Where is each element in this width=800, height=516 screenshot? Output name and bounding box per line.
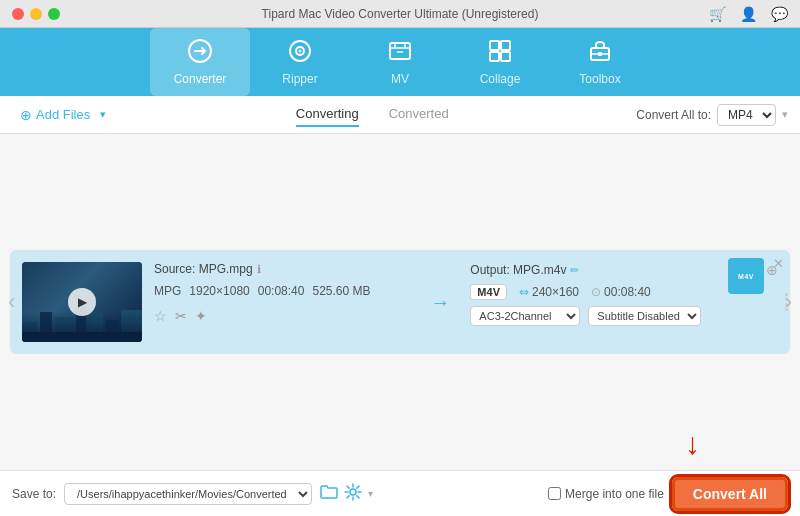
convert-arrow: → [422, 291, 458, 314]
title-bar: Tipard Mac Video Converter Ultimate (Unr… [0, 0, 800, 28]
nav-mv[interactable]: MV [350, 28, 450, 96]
resolution-icon: ⇔ [519, 285, 529, 299]
collage-label: Collage [480, 72, 521, 86]
output-format-badge: M4V [470, 284, 507, 300]
close-button[interactable] [12, 8, 24, 20]
cut-icon[interactable]: ✂ [175, 308, 187, 324]
svg-point-19 [350, 489, 356, 495]
save-path-select[interactable]: /Users/ihappyacethinker/Movies/Converted [64, 483, 312, 505]
output-label: Output: MPG.m4v [470, 263, 566, 277]
converter-icon [187, 38, 213, 68]
ripper-icon [287, 38, 313, 68]
add-files-dropdown[interactable]: ▾ [98, 104, 108, 125]
file-card: ▶ Source: MPG.mpg ℹ MPG 1920×1080 00:08:… [10, 250, 790, 354]
source-label: Source: MPG.mpg [154, 262, 253, 276]
source-info: Source: MPG.mpg ℹ MPG 1920×1080 00:08:40… [154, 262, 410, 324]
save-to-label: Save to: [12, 487, 56, 501]
output-duration: 00:08:40 [604, 285, 651, 299]
mv-label: MV [391, 72, 409, 86]
source-size: 525.60 MB [312, 284, 370, 298]
format-select[interactable]: MP4 [717, 104, 776, 126]
settings-dropdown[interactable]: ▾ [368, 488, 373, 499]
merge-label: Merge into one file [548, 487, 664, 501]
tab-converting[interactable]: Converting [296, 102, 359, 127]
nav-ripper[interactable]: Ripper [250, 28, 350, 96]
toolbox-icon [587, 38, 613, 68]
toolbar-tabs: Converting Converted [108, 102, 636, 127]
merge-checkbox[interactable] [548, 487, 561, 500]
source-resolution: 1920×1080 [189, 284, 249, 298]
format-dropdown-arrow[interactable]: ▾ [782, 108, 788, 121]
add-files-button[interactable]: ⊕ Add Files [12, 103, 98, 127]
toolbar: ⊕ Add Files ▾ Converting Converted Conve… [0, 96, 800, 134]
svg-rect-10 [598, 52, 602, 56]
subtitle-select[interactable]: Subtitle Disabled [588, 306, 701, 326]
close-card-button[interactable]: ✕ [773, 256, 784, 271]
svg-rect-7 [490, 52, 499, 61]
merge-text: Merge into one file [565, 487, 664, 501]
settings-button[interactable] [344, 483, 362, 505]
video-thumbnail[interactable]: ▶ [22, 262, 142, 342]
title-bar-icons: 🛒 👤 💬 [709, 6, 788, 22]
traffic-lights [12, 8, 60, 20]
output-edit-icon[interactable]: ✏ [570, 264, 579, 277]
mv-icon [387, 38, 413, 68]
user-icon[interactable]: 👤 [740, 6, 757, 22]
maximize-button[interactable] [48, 8, 60, 20]
svg-rect-8 [501, 52, 510, 61]
arrow-indicator: ↓ [685, 427, 700, 461]
source-format: MPG [154, 284, 181, 298]
add-files-label: Add Files [36, 107, 90, 122]
svg-rect-5 [490, 41, 499, 50]
play-button[interactable]: ▶ [68, 288, 96, 316]
toolbox-label: Toolbox [579, 72, 620, 86]
bottom-icons: ▾ [320, 483, 373, 505]
message-icon[interactable]: 💬 [771, 6, 788, 22]
toolbar-right: Convert All to: MP4 ▾ [636, 104, 788, 126]
ripper-label: Ripper [282, 72, 317, 86]
content-area: ‹ ▶ [0, 134, 800, 470]
format-thumb-label: M4V [738, 273, 754, 280]
edit-icon[interactable]: ✦ [195, 308, 207, 324]
format-thumbnail: M4V [728, 258, 764, 294]
tab-converted[interactable]: Converted [389, 102, 449, 127]
bottom-bar: Save to: /Users/ihappyacethinker/Movies/… [0, 470, 800, 516]
svg-point-3 [299, 50, 302, 53]
nav-toolbox[interactable]: Toolbox [550, 28, 650, 96]
nav-converter[interactable]: Converter [150, 28, 250, 96]
svg-rect-4 [390, 43, 410, 59]
convert-all-to-label: Convert All to: [636, 108, 711, 122]
next-arrow[interactable]: › [777, 281, 800, 323]
collage-icon [487, 38, 513, 68]
plus-icon: ⊕ [20, 107, 32, 123]
nav-collage[interactable]: Collage [450, 28, 550, 96]
clock-icon: ⊙ [591, 285, 601, 299]
svg-rect-6 [501, 41, 510, 50]
source-info-icon[interactable]: ℹ [257, 263, 261, 276]
cart-icon[interactable]: 🛒 [709, 6, 726, 22]
minimize-button[interactable] [30, 8, 42, 20]
output-resolution: 240×160 [532, 285, 579, 299]
app-title: Tipard Mac Video Converter Ultimate (Unr… [262, 7, 539, 21]
nav-bar: Converter Ripper MV [0, 28, 800, 96]
audio-select[interactable]: AC3-2Channel [470, 306, 580, 326]
converter-label: Converter [174, 72, 227, 86]
source-duration: 00:08:40 [258, 284, 305, 298]
convert-all-button[interactable]: Convert All [672, 477, 788, 511]
folder-browse-button[interactable] [320, 484, 338, 504]
star-icon[interactable]: ☆ [154, 308, 167, 324]
prev-arrow[interactable]: ‹ [0, 281, 23, 323]
